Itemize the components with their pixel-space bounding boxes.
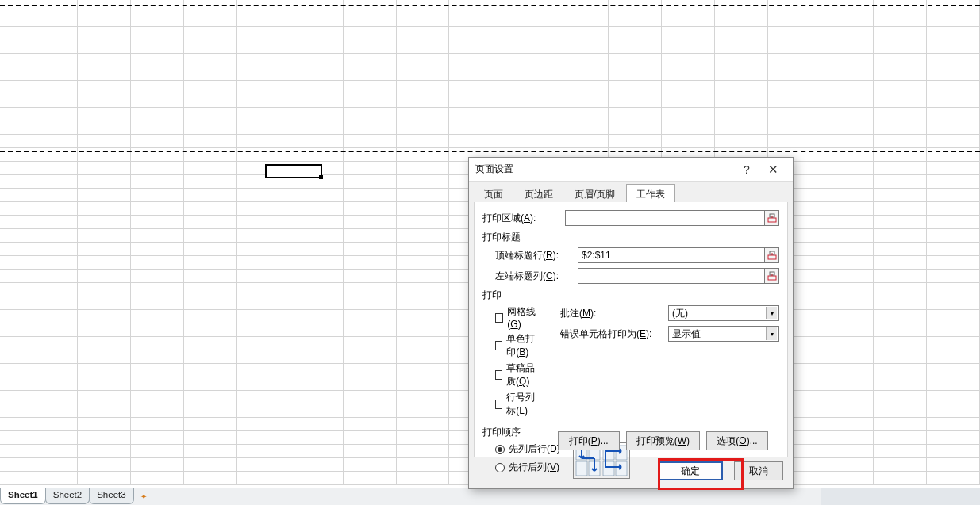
page-break-1 — [0, 5, 980, 6]
active-cell[interactable] — [265, 164, 322, 178]
close-button[interactable]: ✕ — [759, 163, 786, 177]
dialog-body: 打印区域(A): 打印标题 顶端标题行(R): 左端标题列(C): 打印 网格线… — [474, 202, 788, 457]
sheet-tab-1[interactable]: Sheet1 — [0, 488, 46, 504]
tab-sheet[interactable]: 工作表 — [626, 184, 675, 202]
bw-checkbox[interactable]: 单色打印(B) — [495, 332, 543, 359]
status-bar-right — [821, 488, 980, 505]
chevron-down-icon: ▾ — [766, 327, 777, 340]
tab-margins[interactable]: 页边距 — [514, 184, 563, 202]
top-rows-label: 顶端标题行(R): — [495, 249, 578, 262]
print-button[interactable]: 打印(P)... — [558, 431, 620, 450]
svg-rect-4 — [768, 276, 776, 280]
comments-combo[interactable]: (无)▾ — [668, 305, 779, 321]
gridlines-checkbox[interactable]: 网格线(G) — [495, 305, 543, 330]
top-rows-ref-icon[interactable] — [765, 247, 779, 263]
headings-checkbox[interactable]: 行号列标(L) — [495, 391, 543, 418]
print-area-label: 打印区域(A): — [482, 212, 565, 225]
left-cols-label: 左端标题列(C): — [495, 270, 578, 283]
tab-page[interactable]: 页面 — [474, 184, 513, 202]
left-cols-input[interactable] — [578, 268, 765, 284]
options-button[interactable]: 选项(O)... — [706, 431, 768, 450]
chevron-down-icon: ▾ — [766, 307, 777, 319]
preview-button[interactable]: 打印预览(W) — [626, 431, 700, 450]
ok-button[interactable]: 确定 — [658, 461, 723, 480]
errors-label: 错误单元格打印为(E): — [560, 327, 663, 341]
comments-label: 批注(M): — [560, 307, 663, 320]
print-area-input[interactable] — [565, 210, 765, 226]
print-area-ref-icon[interactable] — [765, 210, 779, 226]
tab-header-footer[interactable]: 页眉/页脚 — [564, 184, 625, 202]
top-rows-input[interactable] — [578, 247, 765, 263]
page-setup-dialog: 页面设置 ? ✕ 页面 页边距 页眉/页脚 工作表 打印区域(A): 打印标题 … — [468, 157, 794, 489]
dialog-titlebar[interactable]: 页面设置 ? ✕ — [469, 158, 793, 182]
dialog-title: 页面设置 — [475, 163, 734, 176]
cancel-button[interactable]: 取消 — [734, 461, 783, 480]
dialog-tabs: 页面 页边距 页眉/页脚 工作表 — [469, 182, 793, 202]
draft-checkbox[interactable]: 草稿品质(Q) — [495, 362, 543, 388]
new-sheet-icon[interactable]: ✦ — [136, 491, 151, 503]
errors-combo[interactable]: 显示值▾ — [668, 326, 779, 342]
page-break-2 — [0, 151, 980, 152]
svg-rect-0 — [768, 218, 776, 222]
help-button[interactable]: ? — [734, 163, 759, 176]
dialog-footer: 确定 取消 — [469, 455, 793, 488]
sheet-tab-3[interactable]: Sheet3 — [89, 488, 133, 504]
left-cols-ref-icon[interactable] — [765, 268, 779, 284]
print-titles-group: 打印标题 — [482, 231, 779, 244]
print-group: 打印 — [482, 289, 779, 302]
svg-rect-2 — [768, 255, 776, 259]
fill-handle[interactable] — [319, 175, 323, 179]
sheet-tab-2[interactable]: Sheet2 — [45, 488, 90, 504]
